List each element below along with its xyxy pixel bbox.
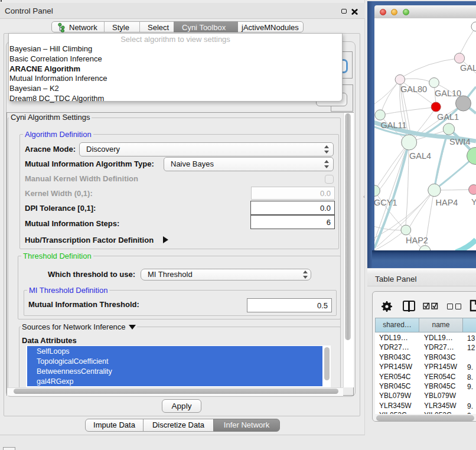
svg-text:GAL10: GAL10: [435, 89, 461, 98]
svg-text:HAP2: HAP2: [406, 236, 428, 245]
svg-text:Y: Y: [471, 197, 476, 207]
svg-text:GCY1: GCY1: [374, 198, 397, 207]
svg-text:GAL1: GAL1: [437, 112, 459, 122]
svg-text:GAL7: GAL7: [460, 63, 476, 73]
svg-text:SWI4: SWI4: [449, 137, 470, 146]
svg-text:GAL11: GAL11: [381, 120, 407, 130]
svg-text:GAL80: GAL80: [400, 84, 427, 94]
svg-text:GAL4: GAL4: [409, 151, 431, 161]
svg-text:HAP4: HAP4: [436, 198, 458, 207]
